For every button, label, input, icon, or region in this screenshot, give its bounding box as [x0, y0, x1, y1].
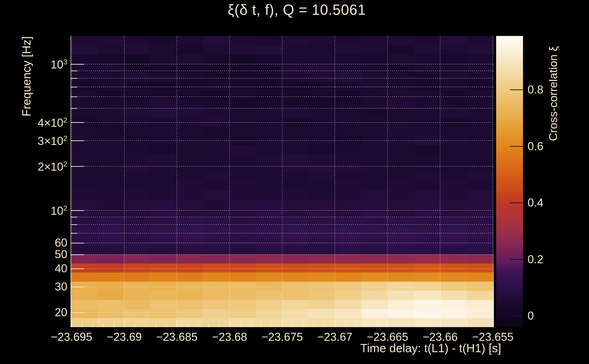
y-tick-mark — [71, 312, 84, 313]
colorbar-tick-mark — [510, 259, 523, 260]
x-minor-tick — [482, 324, 483, 327]
x-minor-tick — [450, 324, 451, 327]
x-minor-tick — [334, 324, 335, 327]
y-tick-mark — [71, 268, 84, 269]
y-tick-label: 40 — [13, 263, 67, 274]
x-gridline — [334, 36, 335, 327]
x-gridline — [492, 36, 493, 327]
y-tick-mark — [71, 122, 84, 123]
x-gridline — [229, 36, 230, 327]
y-tick-mark — [71, 243, 84, 243]
y-tick-label: 4×102 — [13, 117, 67, 129]
y-tick-label-exponent: 2 — [63, 116, 67, 124]
y-tick-label-base: 50 — [55, 248, 67, 261]
y-tick-mark — [71, 140, 84, 141]
chart-title: ξ(δ t, f), Q = 10.5061 — [71, 1, 523, 18]
x-minor-tick — [240, 324, 241, 327]
x-gridline — [387, 36, 388, 327]
x-minor-tick — [324, 324, 325, 327]
y-axis-title: Frequency [Hz] — [20, 35, 33, 117]
y-tick-label-exponent: 2 — [63, 160, 67, 168]
x-minor-tick — [282, 324, 283, 327]
x-minor-tick — [114, 324, 114, 327]
x-tick-label: −23.655 — [458, 330, 527, 344]
x-gridline — [124, 36, 124, 327]
x-minor-tick — [345, 324, 346, 327]
x-minor-tick — [156, 324, 156, 327]
x-minor-tick — [366, 324, 367, 327]
x-minor-tick — [387, 324, 388, 327]
y-tick-label: 3×102 — [13, 135, 67, 147]
x-minor-tick — [429, 324, 430, 327]
x-minor-tick — [166, 324, 167, 327]
x-minor-tick — [292, 324, 293, 327]
x-minor-tick — [219, 324, 219, 327]
x-minor-tick — [145, 324, 146, 327]
y-tick-mark — [71, 166, 84, 167]
x-minor-tick — [272, 324, 272, 327]
x-gridline — [440, 36, 440, 327]
y-tick-label-exponent: 3 — [63, 58, 67, 66]
x-minor-tick — [377, 324, 377, 327]
colorbar-tick-label: 0.2 — [528, 254, 573, 265]
y-tick-label: 50 — [13, 249, 67, 260]
y-tick-mark — [71, 210, 84, 211]
x-gridline — [282, 36, 282, 327]
x-minor-tick — [471, 324, 472, 327]
y-tick-label-base: 4×10 — [38, 117, 64, 129]
x-gridline — [177, 36, 177, 327]
x-minor-tick — [419, 324, 419, 327]
y-tick-label-exponent: 2 — [63, 204, 67, 212]
y-tick-mark — [71, 254, 84, 255]
x-minor-tick — [124, 324, 125, 327]
x-minor-tick — [461, 324, 462, 327]
y-tick-label: 103 — [13, 58, 67, 70]
x-minor-tick — [177, 324, 177, 327]
colorbar-tick-mark — [510, 146, 523, 147]
y-tick-label-base: 20 — [55, 306, 67, 319]
y-tick-label-base: 10 — [51, 58, 64, 71]
x-minor-tick — [198, 324, 198, 327]
x-minor-tick — [303, 324, 304, 327]
x-minor-tick — [72, 324, 72, 327]
y-tick-label: 30 — [13, 281, 67, 292]
x-minor-tick — [250, 324, 251, 327]
plot-area — [71, 36, 494, 327]
x-minor-tick — [314, 324, 314, 327]
y-tick-label-exponent: 2 — [63, 134, 67, 143]
x-minor-tick — [261, 324, 262, 327]
x-minor-tick — [187, 324, 188, 327]
y-tick-mark — [71, 287, 84, 287]
figure: ξ(δ t, f), Q = 10.5061 Frequency [Hz] Ti… — [0, 0, 589, 364]
colorbar-tick-label: 0.6 — [528, 141, 573, 152]
y-tick-label: 2×102 — [13, 160, 67, 172]
y-tick-label: 20 — [13, 307, 67, 318]
x-minor-tick — [398, 324, 399, 327]
colorbar — [496, 36, 523, 327]
colorbar-tick-label: 0.8 — [528, 84, 573, 95]
x-minor-tick — [103, 324, 104, 327]
x-minor-tick — [408, 324, 409, 327]
y-tick-label-base: 40 — [55, 262, 67, 275]
x-minor-tick — [492, 324, 493, 327]
y-tick-label-base: 2×10 — [38, 160, 64, 173]
y-tick-label-base: 10 — [51, 205, 64, 217]
x-minor-tick — [356, 324, 356, 327]
colorbar-tick-mark — [510, 89, 523, 90]
colorbar-tick-mark — [510, 202, 523, 203]
x-minor-tick — [92, 324, 93, 327]
x-minor-tick — [229, 324, 230, 327]
colorbar-tick-mark — [510, 316, 523, 316]
y-tick-label-base: 30 — [55, 280, 67, 293]
y-tick-label: 102 — [13, 205, 67, 217]
y-tick-label: 60 — [13, 237, 67, 248]
x-gridline — [72, 36, 72, 327]
x-minor-tick — [208, 324, 209, 327]
y-tick-label-base: 60 — [55, 236, 67, 249]
x-minor-tick — [440, 324, 441, 327]
colorbar-tick-label: 0.4 — [528, 197, 573, 208]
y-tick-mark — [71, 64, 84, 65]
x-minor-tick — [135, 324, 135, 327]
x-minor-tick — [82, 324, 83, 327]
colorbar-tick-label: 0 — [528, 310, 573, 321]
